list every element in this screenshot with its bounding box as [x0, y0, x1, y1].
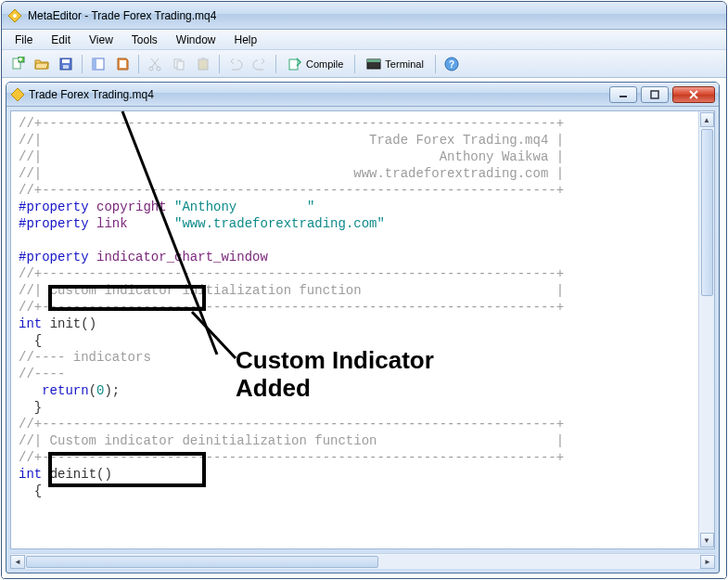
svg-rect-8 [93, 58, 96, 70]
scroll-thumb[interactable] [26, 556, 378, 568]
cut-icon [147, 57, 162, 71]
document-titlebar[interactable]: Trade Forex Trading.mq4 [6, 83, 719, 107]
compile-label: Compile [306, 58, 343, 70]
compile-button[interactable]: Compile [281, 53, 350, 75]
compile-icon [287, 57, 302, 71]
toolbar-separator [219, 55, 220, 73]
new-file-icon [10, 57, 25, 71]
document-title: Trade Forex Trading.mq4 [29, 88, 154, 101]
app-titlebar[interactable]: MetaEditor - Trade Forex Trading.mq4 [2, 2, 726, 30]
svg-text:?: ? [449, 59, 454, 70]
new-file-button[interactable] [6, 53, 29, 75]
maximize-icon [650, 90, 659, 99]
folder-open-icon [34, 57, 49, 71]
menu-edit[interactable]: Edit [42, 32, 80, 48]
close-icon [688, 90, 699, 99]
svg-rect-23 [651, 91, 658, 98]
paste-button[interactable] [192, 53, 214, 75]
app-title: MetaEditor - Trade Forex Trading.mq4 [28, 9, 216, 22]
help-button[interactable]: ? [441, 53, 463, 75]
undo-button[interactable] [224, 53, 247, 75]
toolbar-separator [354, 55, 355, 73]
scroll-right-button[interactable]: ► [700, 555, 715, 569]
copy-icon [172, 57, 186, 71]
scroll-up-button[interactable]: ▲ [700, 112, 714, 127]
scroll-track[interactable] [25, 555, 700, 569]
maximize-button[interactable] [641, 86, 669, 103]
scroll-thumb[interactable] [701, 129, 713, 296]
toolbar-separator [138, 55, 139, 73]
editor-area: //+-------------------------------------… [10, 110, 715, 549]
terminal-icon [366, 57, 381, 71]
vertical-scrollbar[interactable]: ▲ ▼ [698, 111, 714, 548]
minimize-button[interactable] [609, 86, 637, 103]
mdi-client-area: Trade Forex Trading.mq4 //+-------------… [2, 78, 726, 578]
paste-icon [196, 57, 211, 71]
toolbox-button[interactable] [111, 53, 134, 75]
save-button[interactable] [55, 53, 77, 75]
toolbar-separator [275, 55, 276, 73]
copy-button[interactable] [168, 53, 190, 75]
toolbar-separator [82, 55, 83, 73]
svg-rect-16 [289, 59, 298, 70]
undo-icon [228, 57, 243, 71]
code-editor[interactable]: //+-------------------------------------… [11, 111, 698, 548]
book-icon [115, 57, 130, 71]
svg-rect-22 [619, 96, 627, 97]
svg-rect-13 [177, 61, 184, 70]
cut-button[interactable] [144, 53, 166, 75]
horizontal-scrollbar[interactable]: ◄ ► [10, 553, 715, 569]
terminal-button[interactable]: Terminal [360, 53, 430, 75]
svg-marker-21 [11, 88, 24, 101]
redo-icon [252, 57, 267, 71]
redo-button[interactable] [249, 53, 271, 75]
help-icon: ? [444, 57, 459, 71]
save-icon [58, 57, 73, 71]
scroll-track[interactable] [700, 128, 714, 532]
menu-tools[interactable]: Tools [122, 32, 167, 48]
open-button[interactable] [31, 53, 53, 75]
menubar: File Edit View Tools Window Help [2, 30, 726, 50]
svg-point-1 [13, 14, 17, 18]
menu-file[interactable]: File [6, 32, 42, 48]
code-content: //+-------------------------------------… [11, 111, 698, 503]
svg-rect-5 [62, 59, 70, 63]
svg-rect-18 [367, 59, 380, 62]
mq4-file-icon [10, 87, 25, 102]
document-window: Trade Forex Trading.mq4 //+-------------… [6, 82, 720, 574]
toolbar: Compile Terminal ? [2, 50, 726, 78]
svg-rect-6 [63, 65, 69, 69]
svg-rect-14 [198, 59, 208, 70]
minimize-icon [619, 91, 628, 98]
menu-help[interactable]: Help [225, 32, 267, 48]
metaeditor-icon [7, 8, 22, 23]
svg-rect-15 [201, 58, 205, 60]
toolbar-separator [435, 55, 436, 73]
scroll-down-button[interactable]: ▼ [700, 533, 714, 548]
svg-rect-9 [120, 60, 126, 68]
panel-icon [91, 57, 106, 71]
menu-window[interactable]: Window [167, 32, 225, 48]
navigator-button[interactable] [87, 53, 109, 75]
close-button[interactable] [672, 86, 715, 103]
scroll-left-button[interactable]: ◄ [10, 555, 25, 569]
menu-view[interactable]: View [80, 32, 122, 48]
terminal-label: Terminal [385, 58, 424, 70]
app-window: MetaEditor - Trade Forex Trading.mq4 Fil… [1, 1, 727, 579]
